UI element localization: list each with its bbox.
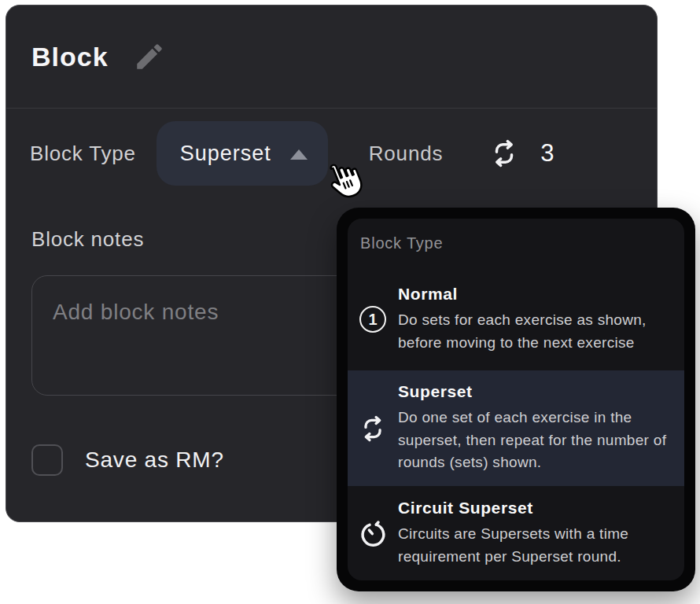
block-type-popup: Block Type 1 Normal Do sets for each exe… xyxy=(337,208,695,591)
screen: Block Block Type Superset Rounds xyxy=(0,0,700,604)
block-type-row: Block Type Superset Rounds 3 xyxy=(30,121,633,186)
block-type-dropdown[interactable]: Superset xyxy=(157,121,328,186)
popup-header: Block Type xyxy=(360,234,672,252)
block-type-value: Superset xyxy=(180,142,271,166)
option-superset[interactable]: Superset Do one set of each exercise in … xyxy=(348,370,684,486)
option-normal-title: Normal xyxy=(398,285,675,304)
option-circuit-superset[interactable]: Circuit Superset Circuits are Supersets … xyxy=(348,486,684,580)
option-normal-description: Do sets for each exercise as shown, befo… xyxy=(398,309,675,354)
caret-up-icon xyxy=(290,149,308,160)
timer-icon xyxy=(357,517,389,549)
rounds-label: Rounds xyxy=(369,142,443,166)
block-type-label: Block Type xyxy=(30,142,136,166)
number-one-circle-icon: 1 xyxy=(359,306,386,333)
option-circuit-title: Circuit Superset xyxy=(398,499,675,517)
panel-header: Block xyxy=(6,6,657,109)
option-superset-title: Superset xyxy=(398,382,675,401)
repeat-icon xyxy=(358,414,388,444)
block-type-options: 1 Normal Do sets for each exercise as sh… xyxy=(348,268,684,580)
option-circuit-description: Circuits are Supersets with a time requi… xyxy=(398,523,675,568)
option-normal[interactable]: 1 Normal Do sets for each exercise as sh… xyxy=(348,268,684,370)
pencil-icon xyxy=(133,40,166,73)
page-title: Block xyxy=(31,42,109,72)
rounds-value[interactable]: 3 xyxy=(540,139,554,168)
repeat-icon xyxy=(488,138,520,169)
save-rm-checkbox[interactable] xyxy=(31,444,63,476)
edit-title-button[interactable] xyxy=(132,39,167,74)
option-superset-description: Do one set of each exercise in the super… xyxy=(398,407,675,474)
save-rm-label: Save as RM? xyxy=(85,447,224,473)
block-type-menu: Block Type 1 Normal Do sets for each exe… xyxy=(348,219,684,580)
